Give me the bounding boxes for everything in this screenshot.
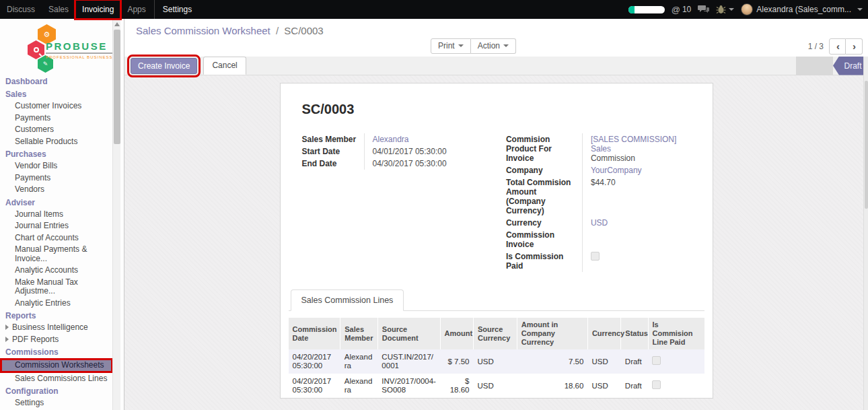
main-scroll-thumb[interactable] — [865, 81, 868, 209]
action-button[interactable]: Action — [471, 38, 516, 54]
cell-amount: $ 18.60 — [440, 398, 473, 399]
sidebar-item-journal-entries[interactable]: Journal Entries — [0, 220, 124, 232]
value-end-date: 04/30/2017 05:30:00 — [364, 158, 487, 170]
col-header-currency[interactable]: Currency — [587, 318, 620, 349]
nav-discuss[interactable]: Discuss — [0, 0, 42, 19]
scroll-up-icon[interactable] — [114, 22, 120, 26]
sidebar-header-commissions[interactable]: Commissions — [0, 345, 124, 358]
col-header-source-document[interactable]: Source Document — [377, 318, 440, 349]
sidebar-item-analytic-entries[interactable]: Analytic Entries — [0, 298, 124, 310]
sidebar-item-settings[interactable]: Settings — [0, 397, 124, 409]
label-sales-member: Sales Member — [302, 133, 364, 145]
cell-currency: USD — [587, 349, 620, 374]
user-avatar — [741, 3, 753, 15]
tab-sales-commission-lines[interactable]: Sales Commission Lines — [291, 289, 404, 311]
value-commission-product-rest: Commission — [591, 153, 635, 163]
pager-next-button[interactable]: › — [846, 38, 863, 55]
label-start-date: Start Date — [302, 145, 364, 158]
sidebar-scroll-thumb[interactable] — [114, 30, 120, 144]
value-sales-member[interactable]: Alexandra — [373, 135, 409, 144]
commission-lines-table: Commission Date Sales Member Source Docu… — [289, 318, 704, 399]
breadcrumb-separator: / — [276, 25, 279, 36]
cell-amount-company: 7.50 — [517, 349, 587, 374]
sidebar-item-sellable-products[interactable]: Sellable Products — [0, 136, 124, 148]
main-scrollbar[interactable] — [863, 57, 868, 410]
cancel-button[interactable]: Cancel — [203, 57, 246, 75]
value-currency[interactable]: USD — [591, 218, 608, 228]
value-total-commission-amount: $44.70 — [582, 176, 691, 217]
planner-progress-fill — [628, 6, 635, 13]
sidebar-header-sales[interactable]: Sales — [0, 88, 124, 100]
sidebar: ⚙ ✎ PROBUSE PROFESSIONAL BUSINESS Dashbo… — [0, 19, 124, 410]
create-invoice-button[interactable]: Create Invoice — [131, 58, 197, 74]
sidebar-header-adviser[interactable]: Adviser — [0, 196, 124, 209]
notebook-tabs: Sales Commission Lines — [289, 289, 704, 311]
is-commission-paid-checkbox — [591, 252, 600, 261]
at-icon: @ — [672, 5, 680, 15]
pager-prev-button[interactable]: ‹ — [829, 38, 846, 55]
table-row[interactable]: 04/20/2017 05:30:00 Alexandra CUST.IN/20… — [289, 349, 704, 374]
cell-source-currency: USD — [473, 374, 517, 398]
print-button[interactable]: Print — [431, 38, 471, 54]
cp-button-group: Print Action — [431, 38, 516, 54]
col-header-amount-company[interactable]: Amount in Company Currency — [517, 318, 587, 349]
nav-sales[interactable]: Sales — [42, 0, 75, 19]
table-row[interactable]: 04/20/2017 05:30:00 Alexandra INV/2017/0… — [289, 374, 704, 398]
sidebar-item-journal-items[interactable]: Journal Items — [0, 209, 124, 221]
sidebar-item-manual-payments[interactable]: Manual Payments & Invoice... — [0, 244, 124, 265]
sidebar-item-dashboard[interactable]: Dashboard — [0, 77, 124, 88]
debug-bug-icon[interactable] — [716, 5, 734, 14]
value-commission-invoice — [582, 229, 691, 250]
nav-settings[interactable]: Settings — [156, 0, 198, 19]
planner-progressbar[interactable] — [628, 6, 665, 13]
mentions-counter[interactable]: @ 10 — [672, 5, 692, 15]
sidebar-item-business-intelligence[interactable]: Business Intelligence — [0, 322, 124, 334]
nav-apps[interactable]: Apps — [120, 0, 152, 19]
sidebar-item-tax-adjustments[interactable]: Make Manual Tax Adjustme... — [0, 277, 124, 298]
sidebar-item-pdf-reports[interactable]: PDF Reports — [0, 334, 124, 346]
col-header-source-currency[interactable]: Source Currency — [473, 318, 517, 349]
sidebar-header-configuration[interactable]: Configuration — [0, 384, 124, 397]
probuse-logo: ⚙ ✎ PROBUSE PROFESSIONAL BUSINESS — [0, 23, 124, 75]
sidebar-item-chart-of-accounts[interactable]: Chart of Accounts — [0, 232, 124, 244]
sidebar-item-vendor-bills[interactable]: Vendor Bills — [0, 160, 124, 172]
sidebar-item-payments-purchases[interactable]: Payments — [0, 172, 124, 184]
sidebar-item-customer-invoices[interactable]: Customer Invoices — [0, 100, 124, 112]
sidebar-item-payments-sales[interactable]: Payments — [0, 112, 124, 125]
menu-separator — [154, 0, 155, 19]
top-navbar: Discuss Sales Invoicing Apps Settings @ … — [0, 0, 868, 19]
form-view-background: SC/0003 Sales Member Alexandra Start Dat… — [124, 75, 868, 410]
cell-doc: CUST.IN/2017/0001 — [377, 349, 440, 374]
main-area: Sales Commission Worksheet / SC/0003 Pri… — [124, 19, 868, 410]
sidebar-item-sales-commissions-lines[interactable]: Sales Commissions Lines — [0, 373, 124, 385]
record-title: SC/0003 — [302, 102, 691, 117]
sidebar-item-vendors[interactable]: Vendors — [0, 184, 124, 196]
cell-member: Alexandra — [340, 374, 378, 398]
nav-invoicing[interactable]: Invoicing — [75, 0, 120, 19]
cell-doc: INV/2017/0004-SO008 — [377, 374, 440, 398]
sidebar-header-reports[interactable]: Reports — [0, 309, 124, 322]
chat-icon[interactable] — [698, 5, 709, 14]
col-header-amount[interactable]: Amount — [440, 318, 473, 349]
sidebar-header-purchases[interactable]: Purchases — [0, 147, 124, 160]
cell-amount-company: 18.60 — [517, 374, 587, 398]
logo-subtitle: PROFESSIONAL BUSINESS — [46, 55, 112, 59]
breadcrumb-parent-link[interactable]: Sales Commission Worksheet — [136, 25, 270, 36]
sidebar-scrollbar[interactable] — [112, 19, 120, 410]
table-row[interactable]: 04/20/2017 10:35:53 Alexandra SO008 $ 18… — [289, 398, 704, 399]
sidebar-item-analytic-accounts[interactable]: Analytic Accounts — [0, 265, 124, 277]
col-header-is-paid[interactable]: Is Commision Line Paid — [648, 318, 704, 349]
sidebar-item-customers[interactable]: Customers — [0, 124, 124, 136]
value-company[interactable]: YourCompany — [591, 166, 642, 175]
col-header-commission-date[interactable]: Commission Date — [289, 318, 340, 349]
debug-caret-icon — [729, 8, 734, 11]
label-company: Company — [506, 164, 582, 176]
col-header-sales-member[interactable]: Sales Member — [340, 318, 378, 349]
line-paid-checkbox — [652, 356, 661, 365]
user-menu[interactable]: Alexandra (Sales_comm... — [741, 3, 863, 15]
sidebar-item-commission-worksheets[interactable]: Commission Worksheets — [0, 358, 113, 373]
col-header-status[interactable]: Status — [621, 318, 648, 349]
breadcrumb: Sales Commission Worksheet / SC/0003 — [136, 25, 324, 36]
value-commission-product-link[interactable]: [SALES COMMISSION] Sales — [591, 135, 676, 153]
cell-member: Alexandra — [340, 349, 378, 374]
